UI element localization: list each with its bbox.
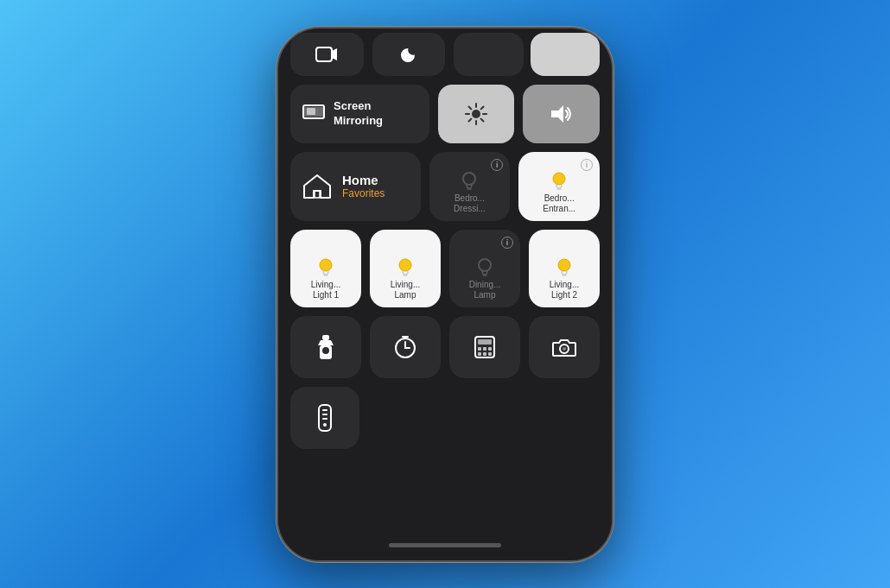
remote-tile[interactable] [290,387,359,449]
bulb-on-icon-1 [550,171,569,192]
living-light2-tile[interactable]: Living... Light 2 [529,230,600,307]
living-lamp-label: Living... Lamp [391,280,420,300]
living-light1-label: Living... Light 1 [311,280,340,300]
row-lights: Living... Light 1 Living... Lamp [290,230,600,307]
svg-point-26 [558,259,570,271]
camera-partial-icon [315,42,339,66]
brightness-icon [464,102,488,126]
svg-rect-4 [307,108,315,115]
svg-point-5 [472,110,480,118]
brightness-tile[interactable] [438,85,515,143]
svg-rect-44 [488,352,492,356]
svg-line-10 [469,106,472,109]
partial-tile-2[interactable] [372,33,446,76]
bedroom-dressing-label: Bedro... Dressi... [454,193,486,214]
row-remote [290,387,600,449]
svg-point-51 [323,423,327,427]
svg-point-46 [563,347,566,351]
partial-tile-1[interactable] [290,33,364,76]
partial-white-tile[interactable] [531,33,601,76]
svg-rect-42 [478,352,481,356]
svg-marker-14 [551,105,563,123]
svg-rect-28 [322,335,329,340]
remote-icon [317,403,333,433]
flashlight-icon [316,333,335,361]
dining-lamp-label: Dining... Lamp [469,280,501,300]
screen-mirroring-icon [302,104,325,123]
svg-point-20 [320,259,332,271]
bedroom-entrance-tile[interactable]: i Bedro... Entran... [518,152,600,221]
svg-rect-15 [315,191,320,198]
screen-mirroring-label: Screen Mirroring [334,99,417,129]
svg-rect-43 [483,352,486,356]
svg-rect-41 [488,347,492,351]
home-icon [302,174,332,199]
svg-rect-49 [322,414,327,415]
row-home: Home Favorites i Bedro... Dressi... [290,152,600,221]
svg-point-18 [553,173,565,185]
bulb-off-icon-1 [460,171,479,192]
home-indicator [278,534,612,560]
bulb-on-icon-2 [316,257,335,278]
living-lamp-tile[interactable]: Living... Lamp [370,230,441,307]
volume-tile[interactable] [523,85,600,143]
svg-point-31 [322,347,329,354]
calculator-tile[interactable] [449,316,520,378]
camera-tile[interactable] [529,316,600,378]
living-light1-tile[interactable]: Living... Light 1 [290,230,361,307]
row-mirroring: Screen Mirroring [290,85,600,143]
svg-line-11 [481,118,484,121]
svg-rect-40 [483,347,486,351]
row-utilities [290,316,600,378]
bulb-on-icon-3 [396,257,415,278]
bedroom-dressing-tile[interactable]: i Bedro... Dressi... [429,152,511,221]
top-partial-row [290,33,600,76]
svg-rect-48 [322,409,327,411]
svg-rect-50 [322,418,327,420]
timer-icon [393,335,417,359]
home-favorites-tile[interactable]: Home Favorites [290,152,421,221]
flashlight-tile[interactable] [290,316,361,378]
partial-dark-tile[interactable] [454,33,524,76]
timer-tile[interactable] [370,316,441,378]
living-light2-label: Living... Light 2 [550,280,579,300]
info-dot-1: i [491,159,503,171]
svg-rect-39 [478,347,481,351]
bulb-on-icon-4 [555,257,574,278]
svg-point-16 [463,173,475,185]
info-dot-2: i [581,159,593,171]
calculator-icon [474,335,496,359]
home-text: Home Favorites [342,173,385,199]
volume-icon [550,104,574,124]
partial-right-tiles [454,33,600,76]
phone-frame: Screen Mirroring [277,27,613,562]
dining-lamp-tile[interactable]: i Dining... Lamp [449,230,520,307]
bedroom-entrance-label: Bedro... Entran... [543,193,575,214]
home-bar [389,543,501,547]
screen-mirroring-tile[interactable]: Screen Mirroring [290,85,429,143]
svg-point-22 [399,259,411,271]
moon-icon [397,43,420,66]
svg-marker-29 [318,340,334,345]
camera-icon [552,337,576,357]
control-center: Screen Mirroring [278,28,612,534]
info-dot-3: i [501,237,513,249]
svg-line-12 [481,106,484,109]
bulb-off-icon-2 [475,257,494,278]
svg-point-24 [479,259,491,271]
home-title: Home [342,173,385,187]
svg-rect-0 [316,47,332,61]
home-subtitle: Favorites [342,187,385,199]
svg-rect-38 [478,339,492,345]
svg-line-13 [469,118,472,121]
